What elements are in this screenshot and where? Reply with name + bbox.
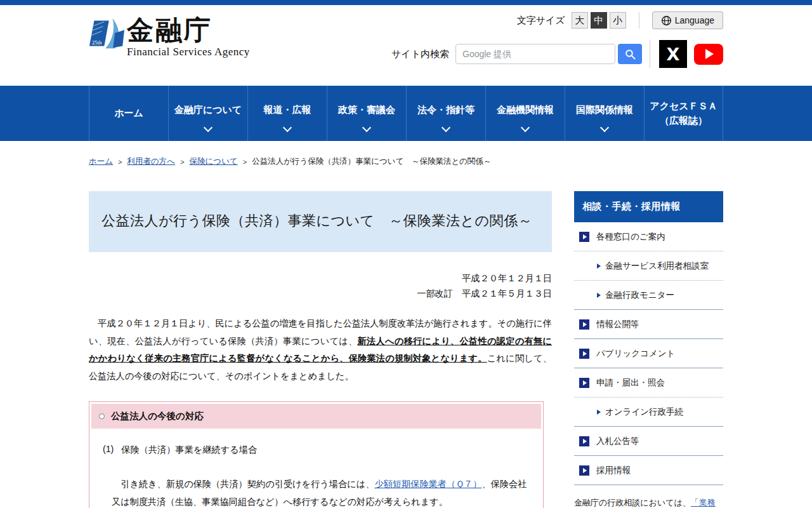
sidebar-item-label: パブリックコメント [596,348,675,359]
text-size-option-3[interactable]: 小 [610,12,626,29]
nav-item-5[interactable]: 法令・指針等 [406,86,485,141]
search-button[interactable] [618,44,642,64]
nav-item-label: ホーム [114,106,143,121]
square-arrow-icon [579,232,589,242]
sidebar-item-5[interactable]: パブリックコメント [574,339,723,368]
youtube-play-glyph [705,49,714,59]
sidebar-item-6[interactable]: 申請・届出・照会 [574,368,723,398]
nav-item-label: 国際関係情報 [576,103,633,124]
fsa-logo[interactable]: 25th 金融庁 Financial Services Agency [89,15,250,58]
nav-item-label: 報道・広報 [264,103,311,124]
triangle-arrow-icon [597,410,601,415]
response-box-header: 公益法人の今後の対応 [91,404,541,429]
nav-item-4[interactable]: 政策・審議会 [327,86,406,141]
title-box: 公益法人が行う保険（共済）事業について ～保険業法との関係～ [89,191,552,252]
revision-date: 一部改訂 平成２１年５月１３日 [89,286,552,301]
chevron-down-icon [283,123,292,132]
breadcrumb-link-2[interactable]: 利用者の方へ [128,156,176,167]
breadcrumb-separator: > [243,158,247,166]
nav-item-label: アクセスＦＳＡ （広報誌） [650,99,717,128]
content: 公益法人が行う保険（共済）事業について ～保険業法との関係～ 平成２０年１２月１… [89,191,723,508]
sidebar-item-9[interactable]: 採用情報 [574,456,723,485]
square-arrow-icon [579,436,589,446]
language-button[interactable]: Language [652,11,723,29]
sidebar-item-2[interactable]: 金融サービス利用者相談室 [574,251,723,281]
fsa-logo-mark-icon: 25th [89,15,124,51]
x-glyph: X [667,44,680,64]
square-arrow-icon [579,465,589,476]
header-divider [650,40,650,68]
sidebar-item-4[interactable]: 情報公開等 [574,310,723,339]
page-title: 公益法人が行う保険（共済）事業について ～保険業法との関係～ [102,210,539,232]
text-size-buttons: 大中小 [572,12,626,29]
sidebar-item-label: 採用情報 [596,465,631,476]
nav-item-8[interactable]: アクセスＦＳＡ （広報誌） [644,86,723,141]
square-arrow-icon [579,319,589,330]
top-accent-strip [0,0,812,5]
header-controls: 文字サイズ 大中小 Language サイト内検索 [391,11,723,68]
response-box: 公益法人の今後の対応 (1) 保険（共済）事業を継続する場合 引き続き、新規の保… [89,401,544,508]
response-box-body: (1) 保険（共済）事業を継続する場合 引き続き、新規の保険（共済）契約の引受け… [91,429,541,508]
sidebar-item-label: 金融行政モニター [605,290,674,301]
sidebar-item-7[interactable]: オンライン行政手続 [574,398,723,427]
intro-paragraph: 平成２０年１２月１日より、民による公益の増進を目指した公益法人制度改革法が施行さ… [89,315,552,385]
triangle-arrow-icon [597,264,601,269]
chevron-down-icon [362,123,371,132]
logo-title: 金融庁 [127,15,250,46]
response-box-title: 公益法人の今後の対応 [111,410,204,422]
text-size-option-2[interactable]: 中 [591,12,607,29]
logo-subtitle: Financial Services Agency [127,46,250,58]
sidebar-item-8[interactable]: 入札公告等 [574,427,723,456]
breadcrumb-separator: > [118,158,122,166]
breadcrumb: ホーム>利用者の方へ>保険について>公益法人が行う保険（共済）事業について ～保… [89,156,812,167]
main-column: 公益法人が行う保険（共済）事業について ～保険業法との関係～ 平成２０年１２月１… [89,191,552,508]
case-item-title: (1) 保険（共済）事業を継続する場合 [103,444,532,456]
sidebar-footer-note: 金融庁の行政相談においては、「業務の範囲や程度を明らかに超える苦情相談」への対応… [574,495,723,508]
chevron-down-icon [442,123,450,132]
globe-icon [661,15,672,26]
sidebar-header: 相談・手続・採用情報 [574,191,723,222]
nav-item-7[interactable]: 国際関係情報 [565,86,644,141]
sidebar-list: 各種窓口のご案内金融サービス利用者相談室金融行政モニター情報公開等パブリックコメ… [574,222,723,485]
breadcrumb-current: 公益法人が行う保険（共済）事業について ～保険業法との関係～ [252,156,491,167]
chevron-down-icon [521,123,530,132]
sidebar: 相談・手続・採用情報 各種窓口のご案内金融サービス利用者相談室金融行政モニター情… [574,191,723,508]
triangle-arrow-icon [597,293,601,298]
site-search-input[interactable] [455,44,615,64]
sidebar-item-label: 金融サービス利用者相談室 [605,260,709,272]
main-nav: ホーム金融庁について報道・広報政策・審議会法令・指針等金融機関情報国際関係情報ア… [0,86,812,141]
page: 25th 金融庁 Financial Services Agency 文字サイズ… [0,0,812,508]
case-para-pre: 引き続き、新規の保険（共済）契約の引受けを行う場合には、 [112,479,374,489]
nav-item-label: 政策・審議会 [338,103,395,124]
breadcrumb-link-3[interactable]: 保険について [190,156,238,167]
case-item-number: (1) [103,444,114,456]
circle-bullet-icon [99,413,105,419]
site-header: 25th 金融庁 Financial Services Agency 文字サイズ… [0,5,812,86]
nav-item-6[interactable]: 金融機関情報 [485,86,565,141]
sidebar-item-3[interactable]: 金融行政モニター [574,281,723,310]
nav-item-1[interactable]: ホーム [89,86,168,141]
site-search-label: サイト内検索 [391,48,449,60]
sidebar-item-1[interactable]: 各種窓口のご案内 [574,222,723,251]
nav-item-2[interactable]: 金融庁について [168,86,247,141]
small-amount-insurer-link[interactable]: 少額短期保険業者（Ｑ７） [374,479,481,489]
sidebar-note-pre: 金融庁の行政相談においては、 [574,498,691,507]
date-block: 平成２０年１２月１日 一部改訂 平成２１年５月１３日 [89,271,552,301]
nav-item-3[interactable]: 報道・広報 [247,86,327,141]
sidebar-item-label: 各種窓口のご案内 [596,231,665,243]
sidebar-item-label: オンライン行政手続 [605,406,683,418]
sidebar-item-label: 情報公開等 [596,319,639,330]
text-size-option-1[interactable]: 大 [572,12,588,29]
square-arrow-icon [579,349,589,359]
youtube-icon[interactable] [694,44,723,65]
chevron-down-icon [600,123,609,132]
text-size-label: 文字サイズ [517,15,565,27]
breadcrumb-link-1[interactable]: ホーム [89,156,113,167]
case-item-paragraph: 引き続き、新規の保険（共済）契約の引受けを行う場合には、少額短期保険業者（Ｑ７）… [103,475,532,508]
language-button-label: Language [675,15,714,25]
publish-date: 平成２０年１２月１日 [89,271,552,286]
x-social-icon[interactable]: X [659,40,687,68]
search-icon [624,48,636,60]
nav-item-label: 法令・指針等 [417,103,475,124]
sidebar-item-label: 申請・届出・照会 [596,377,665,389]
